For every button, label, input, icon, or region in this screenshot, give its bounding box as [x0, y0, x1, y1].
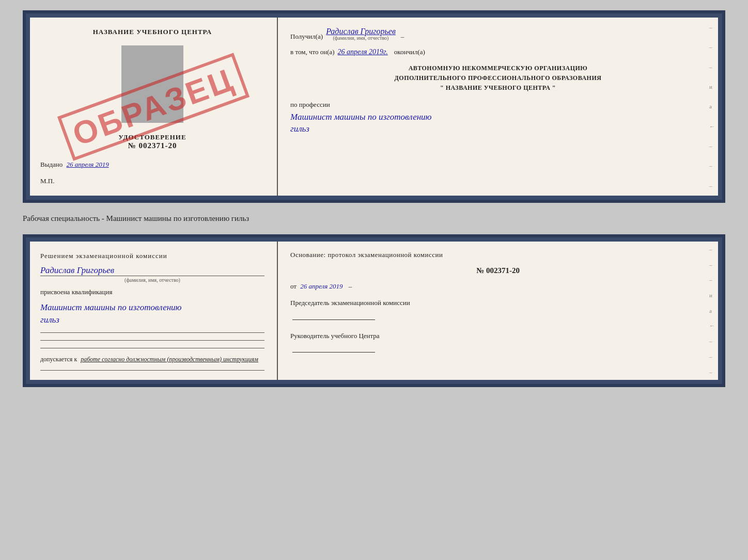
org-line2: ДОПОЛНИТЕЛЬНОГО ПРОФЕССИОНАЛЬНОГО ОБРАЗО…	[290, 73, 706, 83]
rukovoditel-signature-line	[292, 352, 375, 353]
predsedatel-signature-line	[292, 319, 375, 320]
bottom-cert-left: Решением экзаменационной комиссии Радисл…	[30, 242, 278, 380]
specialty-label: Рабочая специальность - Машинист машины …	[23, 212, 725, 225]
kvali-text: Машинист машины по изготовлению гильз	[40, 301, 264, 326]
vtom-prefix: в том, что он(а)	[290, 48, 335, 56]
professiya-block: по профессии Машинист машины по изготовл…	[290, 101, 706, 136]
org-line1: АВТОНОМНУЮ НЕКОММЕРЧЕСКУЮ ОРГАНИЗАЦИЮ	[290, 63, 706, 73]
dopusk-text: работе согласно должностным (производств…	[81, 356, 258, 363]
top-certificate: НАЗВАНИЕ УЧЕБНОГО ЦЕНТРА УДОСТОВЕРЕНИЕ №…	[23, 10, 725, 203]
vtom-line: в том, что он(а) 26 апреля 2019г. окончи…	[290, 48, 706, 56]
mp-label: М.П.	[40, 177, 264, 185]
udost-label: УДОСТОВЕРЕНИЕ	[40, 133, 264, 141]
number-block: № 002371-20	[290, 266, 706, 275]
osnov-line: Основание: протокол экзаменационной коми…	[290, 251, 706, 259]
udost-num: № 002371-20	[40, 141, 264, 150]
sep-line4	[40, 370, 264, 371]
poluchil-prefix: Получил(а)	[290, 33, 323, 41]
sep-line3	[40, 348, 264, 348]
po-professii-label: по профессии	[290, 101, 706, 109]
vtom-okoncil: окончил(а)	[394, 48, 425, 56]
komissia-fio: Радислав Григорьев	[40, 265, 114, 276]
photo-placeholder	[121, 45, 183, 123]
bottom-certificate: Решением экзаменационной комиссии Радисл…	[23, 234, 725, 387]
vydano-prefix: Выдано	[40, 161, 63, 168]
top-cert-title: НАЗВАНИЕ УЧЕБНОГО ЦЕНТРА	[40, 28, 264, 36]
dopusk-prefix: допускается к	[40, 356, 77, 363]
dash-right: –	[349, 282, 352, 290]
top-cert-left: НАЗВАНИЕ УЧЕБНОГО ЦЕНТРА УДОСТОВЕРЕНИЕ №…	[30, 18, 278, 196]
bottom-fio-block: Радислав Григорьев (фамилия, имя, отчест…	[40, 265, 264, 283]
dopusk-block: допускается к работе согласно должностны…	[40, 355, 264, 364]
ot-date: 26 апреля 2019	[300, 282, 342, 290]
bottom-cert-inner: Решением экзаменационной комиссии Радисл…	[30, 242, 718, 380]
poluchil-line: Получил(а) Радислав Григорьев (фамилия, …	[290, 27, 706, 41]
ot-line: от 26 апреля 2019 –	[290, 282, 706, 291]
komissia-fio-label: (фамилия, имя, отчество)	[40, 276, 264, 283]
vydano-date: 26 апреля 2019	[67, 161, 109, 168]
org-name: " НАЗВАНИЕ УЧЕБНОГО ЦЕНТРА "	[290, 83, 706, 93]
bottom-cert-right: Основание: протокол экзаменационной коми…	[278, 242, 718, 380]
dash-sep: –	[401, 33, 404, 41]
org-block: АВТОНОМНУЮ НЕКОММЕРЧЕСКУЮ ОРГАНИЗАЦИЮ ДО…	[290, 63, 706, 93]
fio-label-top: (фамилия, имя, отчество)	[333, 35, 389, 41]
professiya-text: Машинист машины по изготовлению гильз	[290, 111, 706, 136]
udost-block: УДОСТОВЕРЕНИЕ № 002371-20	[40, 133, 264, 150]
predsedatel-title: Председатель экзаменационной комиссии	[290, 298, 706, 309]
predsedatel-block: Председатель экзаменационной комиссии	[290, 298, 706, 324]
rukovoditel-title: Руководитель учебного Центра	[290, 331, 706, 342]
vydano-line: Выдано 26 апреля 2019	[40, 154, 264, 169]
sep-line1	[40, 332, 264, 333]
vtom-date: 26 апреля 2019г.	[338, 48, 388, 56]
right-margin-marks: – – – и а ← – – –	[709, 18, 715, 196]
ot-prefix: от	[290, 282, 297, 290]
sep-line2	[40, 340, 264, 341]
rukovoditel-block: Руководитель учебного Центра	[290, 331, 706, 357]
resheniem-text: Решением экзаменационной комиссии	[40, 252, 264, 260]
top-cert-inner: НАЗВАНИЕ УЧЕБНОГО ЦЕНТРА УДОСТОВЕРЕНИЕ №…	[30, 18, 718, 196]
top-cert-right: Получил(а) Радислав Григорьев (фамилия, …	[278, 18, 718, 196]
prisvoena-text: присвоена квалификация	[40, 288, 264, 296]
bottom-right-margin-marks: – – – и а ← – – –	[709, 242, 715, 380]
